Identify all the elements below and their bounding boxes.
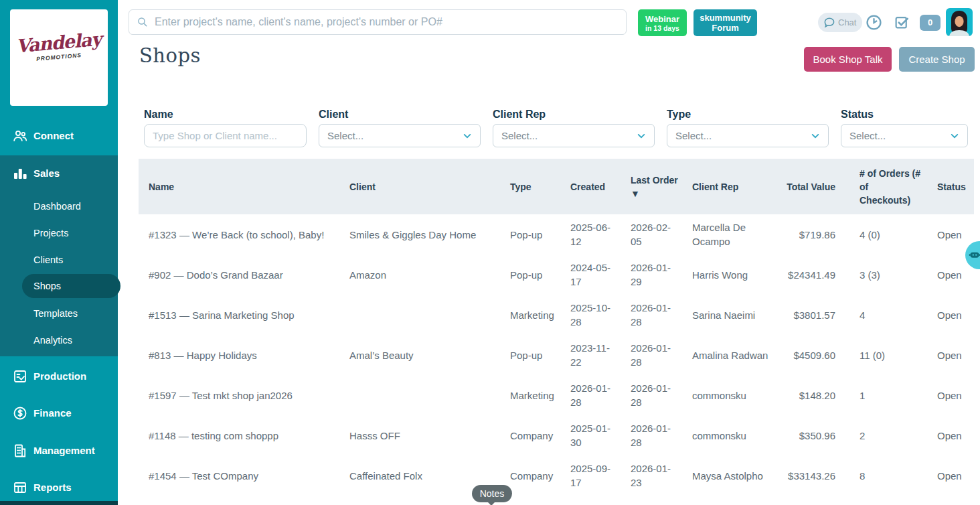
col-header-created[interactable]: Created [570, 180, 631, 194]
user-avatar[interactable] [946, 8, 973, 36]
sidebar-item-management[interactable]: Management [0, 441, 118, 461]
chevron-down-icon [463, 131, 472, 141]
tasks-checkbox-icon[interactable] [894, 14, 910, 31]
sidebar-item-shops[interactable]: Shops [22, 274, 120, 298]
filter-client-rep-label: Client Rep [493, 109, 546, 121]
shop-name-cell[interactable]: #1148 — testing com shoppp [149, 429, 349, 443]
filter-client-select[interactable]: Select... [319, 124, 481, 147]
shop-name-cell[interactable]: #1323 — We’re Back (to school), Baby! [149, 228, 349, 242]
sidebar-item-templates[interactable]: Templates [33, 306, 114, 321]
table-row[interactable]: #902 — Dodo’s Grand Bazaar Amazon Pop-up… [139, 255, 974, 295]
sidebar-item-sales[interactable]: Sales [0, 163, 118, 184]
created-cell: 2025-06-12 [570, 220, 631, 248]
col-header-name[interactable]: Name [149, 180, 349, 194]
table-row[interactable]: #1454 — Test COmpany Caffeinated Folx Co… [139, 455, 974, 496]
table-row[interactable]: 2025-10- 2026-01- [139, 496, 974, 505]
shop-name-cell[interactable]: #1513 — Sarina Marketing Shop [149, 308, 349, 322]
last-order-cell: 2026-01-28 [631, 421, 692, 449]
sidebar-item-connect[interactable]: Connect [0, 126, 118, 146]
sidebar-item-dashboard[interactable]: Dashboard [33, 199, 114, 214]
table-row[interactable]: #1323 — We’re Back (to school), Baby! Sm… [139, 214, 974, 255]
type-cell: Pop-up [510, 348, 570, 362]
created-cell: 2025-10- [570, 496, 631, 505]
client-cell: Smiles & Giggles Day Home [349, 228, 510, 242]
search-input[interactable] [129, 9, 627, 35]
client-rep-cell: Sarina Naeimi [692, 308, 778, 322]
sidebar-item-clients[interactable]: Clients [33, 252, 114, 267]
chevron-down-icon [811, 131, 820, 141]
people-icon [12, 128, 28, 144]
clock-status-icon[interactable] [865, 13, 883, 31]
sidebar-item-label: Production [33, 366, 86, 386]
table-row[interactable]: #1513 — Sarina Marketing Shop Marketing … [139, 295, 974, 335]
create-shop-button[interactable]: Create Shop [899, 47, 975, 72]
created-cell: 2025-09-17 [570, 461, 631, 490]
global-search [129, 9, 627, 35]
webinar-button[interactable]: Webinar in 13 days [638, 9, 687, 36]
webinar-sublabel: in 13 days [645, 24, 679, 32]
sidebar-item-label: Reports [33, 478, 72, 498]
book-shop-talk-button[interactable]: Book Shop Talk [804, 47, 892, 72]
client-cell: Amazon [349, 268, 510, 282]
skummunity-forum-button[interactable]: skummunity Forum [693, 9, 757, 36]
shop-name-cell[interactable] [149, 496, 349, 502]
notes-tooltip: Notes [472, 485, 512, 502]
sidebar-item-reports[interactable]: Reports [0, 478, 118, 498]
status-cell: Open [921, 388, 963, 403]
shop-name-cell[interactable]: #902 — Dodo’s Grand Bazaar [149, 268, 349, 282]
select-value: Select... [327, 130, 463, 141]
company-logo[interactable]: Vandelay PROMOTIONS [10, 9, 108, 106]
table-row[interactable]: #813 — Happy Holidays Amal’s Beauty Pop-… [139, 335, 974, 375]
col-header-last-order[interactable]: Last Order ▼ [631, 173, 692, 200]
shop-name-cell[interactable]: #1454 — Test COmpany [149, 469, 349, 483]
filter-client-rep-select[interactable]: Select... [493, 124, 655, 147]
sidebar-item-finance[interactable]: Finance [0, 403, 118, 423]
type-cell [510, 496, 570, 502]
client-rep-cell [692, 496, 778, 502]
robot-icon [969, 250, 980, 261]
sidebar-item-production[interactable]: Production [0, 366, 118, 386]
shop-name-cell[interactable]: #813 — Happy Holidays [149, 348, 349, 362]
sidebar-item-label: Connect [33, 126, 74, 146]
last-order-cell: 2026-01-28 [631, 341, 692, 369]
sidebar-item-analytics[interactable]: Analytics [33, 333, 114, 348]
forum-label-1: skummunity [700, 13, 751, 23]
last-order-cell: 2026-01-28 [631, 301, 692, 329]
filter-name-input[interactable] [144, 124, 307, 147]
client-cell: Amal’s Beauty [349, 348, 510, 362]
status-cell: Open [921, 348, 963, 362]
sidebar-item-projects[interactable]: Projects [33, 226, 114, 240]
status-cell: Open [921, 228, 963, 242]
filter-client-label: Client [319, 109, 348, 121]
total-value-cell: $719.86 [778, 228, 845, 242]
col-header-orders[interactable]: # of Orders (# of Checkouts) [845, 167, 921, 207]
table-row[interactable]: #1148 — testing com shoppp Hasss OFF Com… [139, 415, 974, 455]
filter-type-label: Type [667, 109, 691, 121]
col-header-status[interactable]: Status [921, 180, 963, 194]
chat-button[interactable]: Chat [818, 13, 862, 32]
chevron-down-icon [950, 131, 959, 141]
building-icon [12, 443, 28, 459]
client-rep-cell: Marcella De Ocampo [692, 220, 778, 248]
col-header-client[interactable]: Client [349, 180, 510, 194]
status-cell: Open [921, 268, 963, 282]
webinar-label: Webinar [645, 14, 679, 24]
table-row[interactable]: #1597 — Test mkt shop jan2026 Marketing … [139, 375, 974, 415]
client-rep-cell: Maysa Astolpho [692, 469, 778, 483]
notification-count-badge[interactable]: 0 [920, 15, 941, 31]
created-cell: 2026-01-28 [570, 381, 631, 409]
last-order-cell: 2026-01-28 [631, 381, 692, 409]
client-rep-cell: commonsku [692, 388, 778, 403]
filter-type-select[interactable]: Select... [667, 124, 829, 147]
dollar-circle-icon [12, 405, 28, 421]
col-header-client-rep[interactable]: Client Rep [692, 180, 778, 194]
col-header-total-value[interactable]: Total Value [778, 180, 845, 194]
type-cell: Pop-up [510, 228, 570, 242]
status-cell: Open [921, 308, 963, 322]
last-order-cell: 2026-01- [631, 496, 692, 505]
total-value-cell: $148.20 [778, 388, 845, 403]
filter-status-select[interactable]: Select... [841, 124, 968, 147]
col-header-type[interactable]: Type [510, 180, 570, 194]
shop-name-cell[interactable]: #1597 — Test mkt shop jan2026 [149, 388, 349, 403]
select-value: Select... [849, 130, 950, 141]
